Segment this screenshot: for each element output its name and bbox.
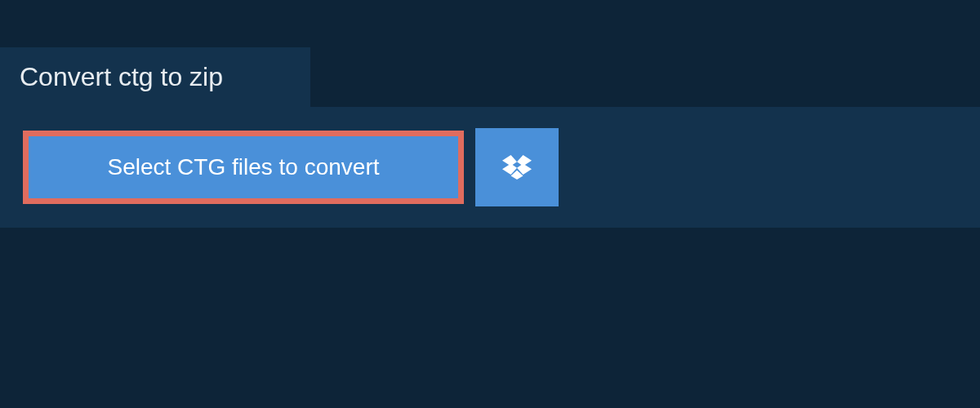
dropbox-icon <box>502 154 532 180</box>
select-files-button[interactable]: Select CTG files to convert <box>23 131 464 204</box>
tab-convert[interactable]: Convert ctg to zip <box>0 47 310 107</box>
convert-panel: Select CTG files to convert <box>0 107 980 228</box>
dropbox-button[interactable] <box>475 128 559 206</box>
